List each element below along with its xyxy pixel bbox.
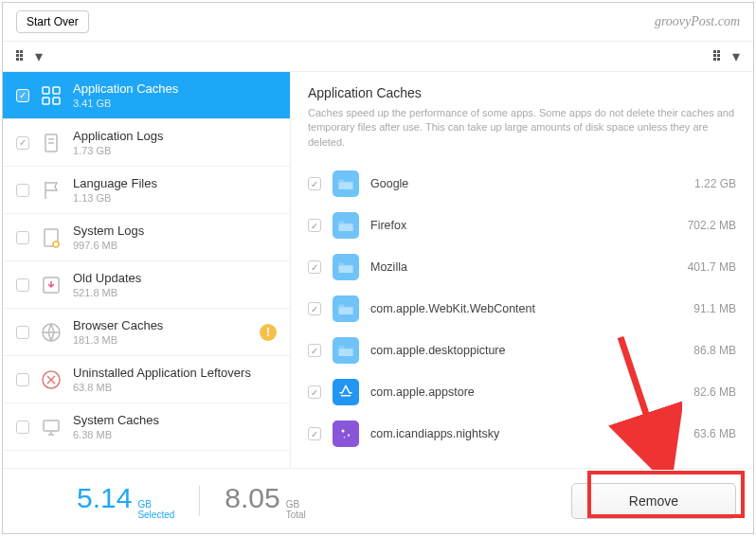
category-checkbox[interactable]	[16, 136, 29, 150]
category-checkbox[interactable]	[16, 326, 29, 339]
category-checkbox[interactable]	[16, 231, 29, 244]
svg-point-31	[348, 435, 350, 437]
item-name: Firefox	[370, 219, 676, 232]
item-checkbox[interactable]	[308, 260, 321, 274]
folder-icon	[333, 337, 359, 364]
svg-rect-3	[20, 54, 23, 57]
item-size: 1.22 GB	[694, 177, 736, 190]
svg-rect-7	[717, 50, 720, 53]
list-item[interactable]: com.apple.WebKit.WebContent 91.1 MB	[291, 288, 753, 330]
nightsky-icon	[333, 421, 359, 447]
detail-description: Caches speed up the performance of some …	[308, 106, 736, 150]
detail-header: Application Caches Caches speed up the p…	[291, 72, 753, 159]
category-checkbox[interactable]	[16, 278, 29, 292]
svg-rect-8	[713, 54, 716, 57]
warning-badge-icon: !	[260, 324, 277, 341]
svg-rect-1	[20, 50, 23, 53]
category-checkbox[interactable]	[16, 373, 29, 386]
detail-title: Application Caches	[308, 85, 736, 100]
item-name: com.icandiapps.nightsky	[370, 427, 682, 440]
list-item[interactable]: com.apple.appstore 82.6 MB	[291, 371, 753, 413]
category-size: 997.6 MB	[73, 240, 277, 251]
category-row[interactable]: Uninstalled Application Leftovers 63.8 M…	[3, 356, 290, 403]
category-checkbox[interactable]	[16, 421, 29, 434]
category-row[interactable]: Browser Caches 181.3 MB !	[3, 309, 290, 356]
category-row[interactable]: Application Caches 3.41 GB	[3, 72, 290, 119]
browser-icon	[39, 320, 63, 345]
item-name: Google	[370, 177, 683, 190]
appstore-icon	[333, 379, 359, 405]
language-icon	[39, 178, 63, 203]
category-row[interactable]: System Caches 6.38 MB	[3, 403, 290, 451]
toolbar: ▾ ▾	[3, 41, 753, 72]
folder-icon	[333, 295, 359, 322]
category-row[interactable]: Language Files 1.13 GB	[3, 167, 290, 214]
list-item[interactable]: com.apple.desktoppicture 86.8 MB	[291, 330, 753, 371]
svg-rect-15	[53, 98, 60, 104]
svg-rect-13	[53, 87, 60, 94]
category-row[interactable]: Old Updates 521.8 MB	[3, 261, 290, 309]
list-item[interactable]: Mozilla 401.7 MB	[291, 246, 753, 288]
category-title: System Logs	[73, 224, 277, 238]
category-title: Language Files	[73, 176, 277, 190]
item-size: 63.6 MB	[693, 427, 736, 440]
chevron-down-icon: ▾	[732, 47, 740, 65]
right-view-toggle[interactable]: ▾	[713, 47, 740, 65]
category-size: 1.73 GB	[73, 145, 277, 156]
svg-rect-9	[717, 54, 720, 57]
item-checkbox[interactable]	[308, 344, 321, 357]
list-item[interactable]: com.icandiapps.nightsky 63.6 MB	[291, 413, 753, 455]
item-size: 82.6 MB	[693, 385, 736, 399]
item-checkbox[interactable]	[308, 385, 321, 399]
app-logs-icon	[39, 131, 63, 155]
category-title: Uninstalled Application Leftovers	[73, 366, 277, 380]
category-title: Browser Caches	[73, 318, 250, 332]
category-size: 63.8 MB	[73, 382, 277, 393]
svg-rect-12	[43, 87, 49, 94]
folder-icon	[333, 254, 359, 280]
updates-icon	[39, 273, 63, 297]
item-checkbox[interactable]	[308, 302, 321, 315]
item-size: 91.1 MB	[693, 302, 736, 315]
total-size-number: 8.05	[225, 482, 279, 514]
category-title: System Caches	[73, 413, 277, 427]
item-list: Google 1.22 GB Firefox 702.2 MB Mozilla …	[291, 159, 753, 468]
left-view-toggle[interactable]: ▾	[16, 47, 43, 65]
remove-button[interactable]: Remove	[571, 483, 736, 519]
app-caches-icon	[39, 83, 63, 108]
list-item[interactable]: Firefox 702.2 MB	[291, 205, 753, 246]
category-row[interactable]: System Logs 997.6 MB	[3, 214, 290, 261]
item-name: com.apple.WebKit.WebContent	[370, 302, 682, 315]
category-checkbox[interactable]	[16, 89, 29, 102]
svg-rect-2	[16, 54, 19, 57]
start-over-button[interactable]: Start Over	[16, 10, 89, 33]
svg-rect-14	[43, 98, 49, 104]
item-checkbox[interactable]	[308, 427, 321, 440]
brand-watermark: groovyPost.com	[655, 14, 740, 29]
category-title: Old Updates	[73, 271, 277, 285]
chevron-down-icon: ▾	[35, 47, 43, 65]
category-sidebar: Application Caches 3.41 GB Application L…	[3, 72, 291, 468]
sys-caches-icon	[39, 415, 63, 439]
category-title: Application Logs	[73, 129, 277, 143]
svg-rect-6	[713, 50, 716, 53]
item-size: 702.2 MB	[688, 219, 736, 232]
selected-size-stat: 5.14 GBSelected	[77, 482, 174, 520]
sys-logs-icon	[39, 225, 63, 250]
item-checkbox[interactable]	[308, 177, 321, 190]
category-size: 1.13 GB	[73, 192, 277, 204]
item-size: 401.7 MB	[688, 260, 736, 274]
item-checkbox[interactable]	[308, 219, 321, 232]
folder-icon	[333, 212, 359, 239]
item-name: com.apple.desktoppicture	[370, 344, 682, 357]
item-name: Mozilla	[370, 260, 676, 274]
svg-rect-4	[16, 58, 19, 61]
svg-rect-11	[717, 58, 720, 61]
list-item[interactable]: Google 1.22 GB	[291, 163, 753, 205]
category-checkbox[interactable]	[16, 184, 29, 197]
category-row[interactable]: Application Logs 1.73 GB	[3, 119, 290, 167]
category-size: 181.3 MB	[73, 334, 250, 346]
footer: 5.14 GBSelected 8.05 GBTotal Remove	[3, 468, 753, 533]
folder-icon	[333, 170, 359, 197]
item-name: com.apple.appstore	[370, 385, 682, 399]
